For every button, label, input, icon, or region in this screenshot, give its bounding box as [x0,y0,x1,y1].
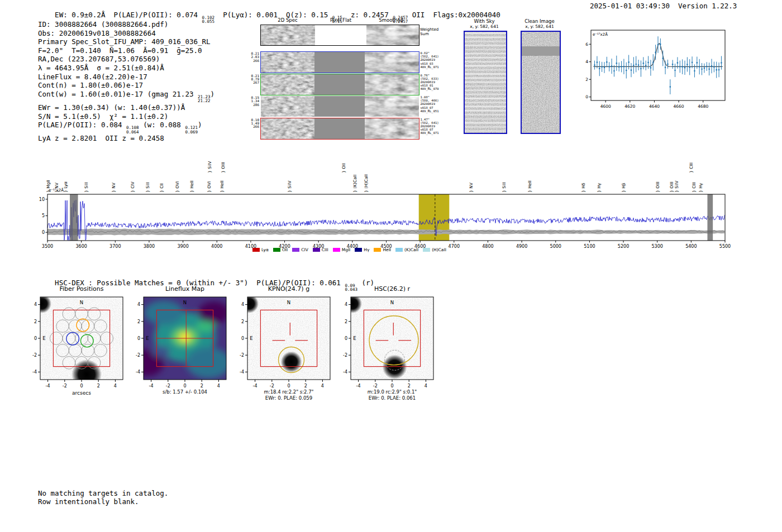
svg-text:0: 0 [390,384,393,389]
elixer-report-page: EW: 0.9±0.2Å P(LAE)/P(OII): 0.074 0.1020… [0,0,782,532]
info-line: LineFlux = 8.40(±2.20)e-17 [38,73,214,82]
spec2d-row-annotation: 0.76"(582, 633)20200619v018_01409_RL_070 [421,74,447,91]
svg-text:-2: -2 [63,384,67,389]
info-line: ID: 3008882664 (3008882664.pdf) [38,20,214,29]
emission-line-label: } Hγ [597,183,602,193]
info-line: Cont(w) = 1.60(±0.01)e-17 (gmag 21.23 21… [38,90,214,103]
emission-line-label: } OIII [221,162,226,173]
east-label: E [146,336,149,341]
info-line: Cont(n) = 1.80(±0.06)e-17 [38,81,214,90]
svg-text:0: 0 [42,230,45,235]
svg-text:0: 0 [34,336,37,341]
svg-text:-2: -2 [343,353,347,358]
emission-line-label: } SiII [502,183,507,193]
cutout-caption: m:19.0 rc:2.9" s:0.1" [350,389,434,395]
col-title-pixelflat: Pixel Flat [321,17,361,23]
emission-line-label: } NV [54,182,59,193]
svg-text:-2: -2 [270,384,274,389]
footer-note-2: Row intentionally blank. [38,497,139,506]
cutout-lineflux-map: NE-4-4-2-2002244 [130,296,231,394]
clean-coords: x, y: 582, 641 [519,24,560,29]
svg-text:4: 4 [241,302,244,307]
svg-text:-2: -2 [240,353,244,358]
cutout-kpno-24-7-g: NE-4-4-2-2002244 [234,296,335,394]
emission-line-label: } Hδ [581,183,586,193]
svg-text:3600: 3600 [75,244,87,249]
spec2d-row-annotation: 1.47"(582, 641)20200619v018_07409_RL_071 [421,118,447,135]
cutout-title: Lineflux Map [143,285,227,293]
svg-text:5500: 5500 [719,244,731,249]
svg-text:-4: -4 [356,384,361,389]
svg-text:0: 0 [287,384,290,389]
svg-text:0: 0 [137,336,140,341]
cutout-xlabel: arcsecs [40,390,123,396]
cutout-hsc-26-2-r: NE-4-4-2-2002244 [337,296,438,394]
svg-text:6: 6 [585,42,588,47]
svg-text:e⁻¹⁷x2Å: e⁻¹⁷x2Å [593,32,608,37]
svg-text:2: 2 [345,319,347,324]
svg-text:5200: 5200 [618,244,629,249]
svg-text:4100: 4100 [245,244,256,249]
info-line: S/N = 5.1(±0.5) χ² = 1.1(±0.2) [38,112,214,121]
weighted-sum-strip [260,25,419,46]
svg-text:-4: -4 [32,370,37,375]
north-label: N [183,300,187,305]
svg-text:2: 2 [137,319,140,324]
svg-text:4700: 4700 [449,244,460,249]
svg-text:3500: 3500 [42,244,53,249]
with-sky-image [464,31,507,134]
emission-line-label: } NV [111,182,116,193]
svg-text:-4: -4 [343,370,347,375]
emission-line-label: } Lyα [63,181,68,193]
svg-text:2: 2 [201,384,203,389]
withsky-title: With Sky [463,18,506,24]
svg-text:-4: -4 [240,370,244,375]
flags-text: OII Flags:0x20004040 [408,11,500,19]
svg-text:4800: 4800 [482,244,493,249]
emission-line-label: } SiIV [674,180,679,193]
spec2d-row-scale-labels: 0.212.03266 [245,52,259,63]
svg-text:4400: 4400 [347,244,358,249]
cutout-caption: EWr: 0. PLAE: 0.059 [247,395,331,401]
info-line: RA,Dec (223.207687,53.076569) [38,55,214,64]
spec2d-row [260,74,419,95]
svg-text:4600: 4600 [414,244,426,249]
emission-line-label: } OIII [655,181,660,193]
svg-text:-4: -4 [46,384,50,389]
svg-text:4: 4 [321,384,324,389]
east-label: E [353,336,356,341]
emission-line-label: } OVI [207,181,212,193]
emission-line-label: } HeII [527,180,532,193]
emission-line-label: } CII [159,183,164,193]
svg-text:4600: 4600 [600,104,611,109]
info-line: F=2.0" T=0.140 N̄=1.06 Ā=0.91 ḡ=25.0 [38,46,214,55]
svg-text:-4: -4 [149,384,154,389]
emission-line-label: } SiII [84,183,89,193]
svg-text:4: 4 [425,384,427,389]
north-label: N [287,300,290,305]
svg-text:-4: -4 [253,384,258,389]
emission-line-label: } CIV [130,181,135,193]
svg-text:4620: 4620 [624,104,635,109]
svg-text:2: 2 [304,384,307,389]
cutout-title: HSC(26.2) r [350,285,434,293]
info-line: Obs: 20200619v018_3008882664 [38,29,214,38]
emission-line-label: } (H)CaII [364,174,369,193]
spec2d-row [260,118,419,140]
svg-text:-2: -2 [136,353,140,358]
svg-text:0: 0 [585,94,588,99]
svg-text:5400: 5400 [685,244,697,249]
cutout-title: Fiber Positions [40,285,123,293]
footer-note-1: No matching targets in catalog. [38,489,168,498]
svg-text:4660: 4660 [674,104,684,109]
svg-text:4: 4 [137,302,140,307]
spec2d-row-annotation: 1.08"(580, 466)20200619v018_07409_RL_051 [421,95,447,113]
svg-text:0: 0 [183,384,186,389]
weighted-sum-label: Weighted Sum [420,28,438,36]
svg-text:-4: -4 [136,370,140,375]
clean-image [521,31,561,134]
svg-text:5: 5 [42,213,45,218]
svg-text:2: 2 [241,319,244,324]
info-line: P(LAE)/P(OII): 0.084 0.1080.064 (w: 0.08… [38,121,214,134]
emission-line-label: } CIII [689,162,694,173]
